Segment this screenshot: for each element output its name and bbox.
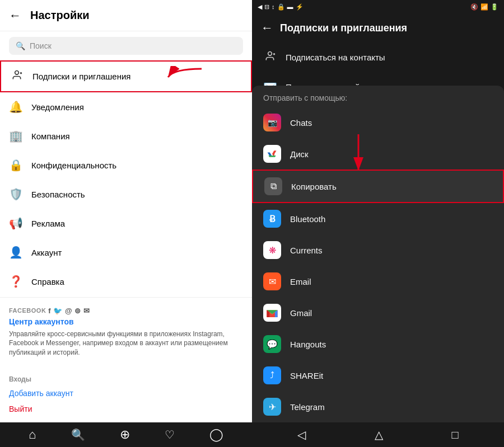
add-icon[interactable]: ⊕ <box>120 427 130 442</box>
left-android-bar: ⌂ 🔍 ⊕ ♡ ◯ <box>0 422 252 447</box>
profile-icon[interactable]: ◯ <box>209 427 223 442</box>
email-label: Email <box>290 277 311 286</box>
right-title: Подписки и приглашения <box>280 22 407 34</box>
heart-icon[interactable]: ♡ <box>165 428 175 441</box>
chats-icon: 📷 <box>263 114 281 131</box>
share-item-drive[interactable]: Диск <box>252 138 504 170</box>
nav-icon: ◀ <box>258 3 262 11</box>
search-bottom-icon[interactable]: 🔍 <box>71 428 85 441</box>
home-icon[interactable]: ⌂ <box>29 427 36 442</box>
share-item-copy[interactable]: ⧉ Копировать <box>252 170 504 203</box>
share-item-gmail[interactable]: Gmail <box>252 297 504 328</box>
search-bar[interactable]: 🔍 Поиск <box>9 37 243 55</box>
battery-icon: 🔋 <box>491 3 498 11</box>
shareit-label: SHAREit <box>290 371 323 380</box>
home-nav-icon[interactable]: △ <box>375 428 383 441</box>
settings-item-info[interactable]: ℹ️ Информация <box>0 296 252 297</box>
share-item-telegram[interactable]: ✈ Telegram <box>252 391 504 422</box>
back-nav-icon[interactable]: ◁ <box>297 428 306 441</box>
svg-point-0 <box>15 71 19 75</box>
facebook-section: FACEBOOK f 🐦 @ ⊚ ✉ Центр аккаунтов Управ… <box>0 297 252 366</box>
svg-point-4 <box>268 52 272 56</box>
facebook-social-icons: f 🐦 @ ⊚ ✉ <box>48 307 90 315</box>
email-icon: ✉ <box>263 272 281 290</box>
recents-nav-icon[interactable]: □ <box>452 429 459 441</box>
share-item-currents[interactable]: ❋ Currents <box>252 234 504 266</box>
company-icon: 🏢 <box>9 129 22 143</box>
currents-label: Currents <box>290 246 323 255</box>
signal-icon: ↕ <box>272 3 275 11</box>
hangouts-icon: 💬 <box>263 335 281 353</box>
drive-label: Диск <box>290 149 309 159</box>
settings-item-company[interactable]: 🏢 Компания <box>0 121 252 150</box>
wifi-icon: 📶 <box>480 3 488 11</box>
status-icons-right: 🔇 📶 🔋 <box>470 3 498 11</box>
right-panel: ◀ ⊟ ↕ 🔒 ▬ ⚡ 🔇 📶 🔋 ← Подписки и приглашен… <box>252 0 504 447</box>
copy-icon: ⧉ <box>264 177 282 195</box>
facebook-label: FACEBOOK f 🐦 @ ⊚ ✉ <box>9 307 243 315</box>
gmail-icon <box>263 304 281 322</box>
privacy-label: Конфиденциальность <box>31 161 116 170</box>
share-sheet-title: Отправить с помощью: <box>252 86 504 107</box>
right-back-button[interactable]: ← <box>261 21 273 35</box>
settings-item-ads[interactable]: 📢 Реклама <box>0 209 252 238</box>
status-icons-left: ◀ ⊟ ↕ 🔒 ▬ ⚡ <box>258 3 304 11</box>
settings-item-account[interactable]: 👤 Аккаунт <box>0 238 252 267</box>
settings-item-notifications[interactable]: 🔔 Уведомления <box>0 92 252 121</box>
help-label: Справка <box>31 277 64 286</box>
volume-icon: 🔇 <box>470 3 478 11</box>
share-sheet: Отправить с помощью: 📷 Chats Диск ⧉ Копи… <box>252 86 504 422</box>
settings-item-security[interactable]: 🛡️ Безопасность <box>0 180 252 209</box>
media-icon: ▬ <box>287 3 293 11</box>
right-menu-subscribe-contacts[interactable]: Подписаться на контакты <box>252 43 504 72</box>
right-status-bar: ◀ ⊟ ↕ 🔒 ▬ ⚡ 🔇 📶 🔋 <box>252 0 504 13</box>
privacy-icon: 🔒 <box>9 158 22 172</box>
ads-icon: 📢 <box>9 217 22 230</box>
help-icon: ❓ <box>9 275 22 288</box>
hangouts-label: Hangouts <box>290 340 326 349</box>
left-panel: ← Настройки 🔍 Поиск Подписки и приглашен… <box>0 0 252 447</box>
security-label: Безопасность <box>31 190 85 199</box>
right-android-bar: ◁ △ □ <box>252 422 504 447</box>
facebook-description: Управляйте кросс-сервисными функциями в … <box>9 330 243 357</box>
add-account-link[interactable]: Добавить аккаунт <box>9 389 243 398</box>
bluetooth-icon: Ƀ <box>263 210 281 228</box>
subscriptions-label: Подписки и приглашения <box>32 72 130 81</box>
account-center-link[interactable]: Центр аккаунтов <box>9 317 243 326</box>
telegram-icon: ✈ <box>263 398 281 416</box>
entries-section: Входы Добавить аккаунт Выйти <box>0 366 252 422</box>
subscriptions-icon <box>10 69 24 83</box>
shareit-icon: ⤴ <box>263 366 281 384</box>
notifications-label: Уведомления <box>31 102 84 112</box>
settings-item-help[interactable]: ❓ Справка <box>0 267 252 296</box>
share-item-email[interactable]: ✉ Email <box>252 266 504 297</box>
gmail-label: Gmail <box>290 308 312 318</box>
left-header: ← Настройки <box>0 0 252 31</box>
left-back-button[interactable]: ← <box>9 8 21 23</box>
currents-icon: ❋ <box>263 241 281 259</box>
share-item-chats[interactable]: 📷 Chats <box>252 107 504 138</box>
search-icon: 🔍 <box>16 41 25 50</box>
logout-link[interactable]: Выйти <box>9 404 243 413</box>
account-label: Аккаунт <box>31 248 62 257</box>
right-header: ← Подписки и приглашения <box>252 13 504 43</box>
settings-list: Подписки и приглашения 🔔 Уведомления 🏢 К… <box>0 60 252 297</box>
left-title: Настройки <box>30 9 90 22</box>
company-label: Компания <box>31 131 70 141</box>
drive-icon <box>263 145 281 163</box>
sd-icon: ⊟ <box>264 3 269 11</box>
charging-icon: ⚡ <box>296 3 304 11</box>
copy-label: Копировать <box>291 182 337 191</box>
subscribe-contacts-label: Подписаться на контакты <box>286 53 385 62</box>
entries-label: Входы <box>9 375 243 383</box>
settings-item-subscriptions[interactable]: Подписки и приглашения <box>0 60 252 92</box>
security-icon: 🛡️ <box>9 187 22 201</box>
subscribe-contacts-icon <box>263 50 277 64</box>
account-icon: 👤 <box>9 246 22 259</box>
settings-item-privacy[interactable]: 🔒 Конфиденциальность <box>0 150 252 180</box>
share-item-shareit[interactable]: ⤴ SHAREit <box>252 360 504 391</box>
share-item-bluetooth[interactable]: Ƀ Bluetooth <box>252 203 504 234</box>
share-item-hangouts[interactable]: 💬 Hangouts <box>252 328 504 360</box>
notifications-icon: 🔔 <box>9 100 22 114</box>
ads-label: Реклама <box>31 219 65 228</box>
